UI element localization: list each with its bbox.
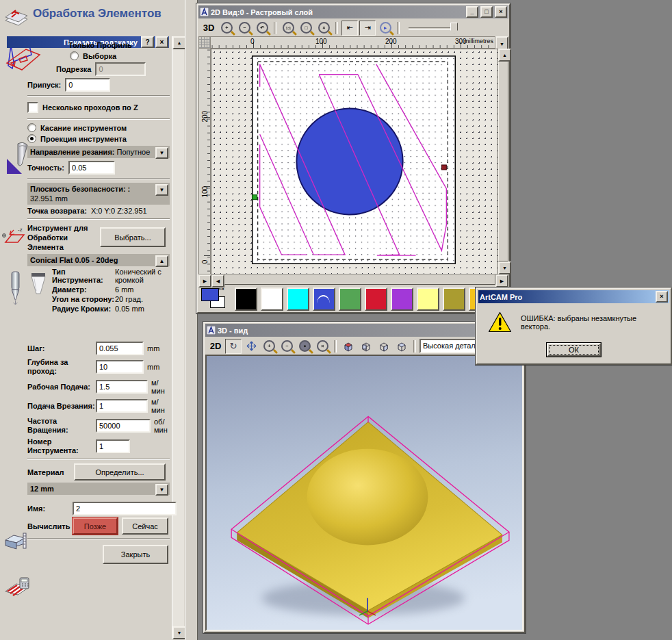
feed-rate-input[interactable] (96, 380, 148, 394)
safe-plane-dropdown-button[interactable]: ▼ (155, 184, 168, 196)
palette-swatch[interactable] (391, 287, 413, 311)
scrollbar-thumb[interactable] (498, 62, 508, 261)
horizontal-scrollbar[interactable]: ▶ ◀ ▶ (198, 274, 508, 285)
palette-swatch[interactable] (287, 287, 309, 311)
slider-thumb[interactable] (450, 23, 458, 34)
stepdown-input[interactable] (96, 360, 144, 374)
view-2d-main: 200 100 0 (198, 49, 508, 274)
panel-scrollbar[interactable]: ▲ ▼ (172, 36, 184, 639)
separator (27, 538, 170, 539)
warning-icon (488, 311, 511, 333)
palette-swatch[interactable] (339, 287, 361, 311)
cut-direction-dropdown-button[interactable]: ▼ (155, 147, 168, 159)
canvas-3d[interactable] (205, 355, 524, 631)
scroll-down-button[interactable]: ▼ (172, 626, 186, 639)
tool-number-input[interactable] (96, 439, 130, 453)
error-dialog: ArtCAM Pro × ОШИБКА: выбраны незамкнутые… (476, 287, 672, 365)
dialog-close-button[interactable]: × (656, 291, 668, 303)
zoom-in-icon[interactable]: + (261, 339, 277, 354)
scroll-down-button[interactable]: ▼ (498, 261, 511, 274)
material-dropdown-button[interactable]: ▼ (155, 484, 168, 496)
spindle-speed-input[interactable] (96, 419, 151, 433)
allowance-input[interactable] (65, 78, 110, 92)
separator (27, 178, 170, 179)
multipass-row[interactable]: Несколько проходов по Z (27, 102, 170, 113)
pan-view-icon[interactable] (243, 339, 259, 354)
projection-radio[interactable] (27, 134, 36, 143)
select-tool-button[interactable]: Выбрать... (100, 227, 166, 247)
close-button[interactable]: × (495, 6, 507, 18)
vector-artwork (211, 49, 497, 274)
separator (27, 459, 170, 460)
primary-secondary-colors[interactable]: ⊶ (201, 287, 231, 310)
tool-angle-label: Угол на сторону: (52, 295, 115, 303)
vector-circle[interactable] (296, 108, 402, 214)
tolerance-input[interactable] (68, 161, 115, 175)
stepover-row: Шаг: mm (27, 342, 170, 355)
top-view-icon[interactable] (393, 339, 410, 354)
palette-swatch[interactable] (313, 287, 335, 311)
close-panel-button[interactable]: Закрыть (103, 545, 168, 564)
calculate-later-button[interactable]: Позже (73, 517, 118, 535)
projection-radio-row[interactable]: Проекция инструмента (27, 134, 170, 143)
palette-swatch[interactable] (443, 287, 465, 311)
ruler-label: 200 (385, 38, 397, 45)
selection-radio-row[interactable]: Выборка (70, 51, 170, 60)
cut-direction-value: Попутное (117, 148, 151, 156)
next-layer-button[interactable]: ⇥ (359, 21, 376, 36)
isometric-view-icon[interactable] (340, 339, 357, 354)
layer-transparency-slider[interactable] (409, 23, 458, 34)
scroll-up-button[interactable]: ▲ (172, 36, 186, 49)
name-input[interactable] (73, 502, 177, 515)
ok-button[interactable]: ОК (547, 343, 601, 357)
zoom-out-icon[interactable]: − (279, 339, 295, 354)
zoom-1to1-icon[interactable]: 1:1 (280, 21, 296, 36)
name-label: Имя: (27, 504, 68, 513)
stepover-input[interactable] (96, 342, 144, 355)
tool-angle-value: 20 град. (115, 295, 143, 303)
palette-swatch[interactable] (417, 287, 439, 311)
ruler-label: 0 (201, 257, 209, 268)
scrollbar-thumb[interactable] (224, 274, 495, 285)
calculate-now-button[interactable]: Сейчас (122, 517, 168, 535)
front-view-icon[interactable] (358, 339, 374, 354)
zoom-in-icon[interactable]: + (218, 21, 235, 36)
maximize-button[interactable]: □ (480, 6, 493, 18)
primary-color-box[interactable] (201, 288, 219, 301)
palette-swatch[interactable] (235, 287, 257, 311)
zoom-fit-icon[interactable]: × (314, 339, 331, 354)
zoom-object-icon[interactable]: ▸ (377, 21, 393, 36)
zoom-previous-icon[interactable]: ● (296, 339, 313, 354)
tool-collapse-button[interactable]: ▲ (155, 255, 168, 267)
error-dialog-titlebar[interactable]: ArtCAM Pro × (478, 290, 669, 303)
canvas-2d[interactable] (211, 49, 498, 274)
zoom-rectangle-icon[interactable]: □ (298, 21, 314, 36)
zoom-fit-icon[interactable]: × (315, 21, 332, 36)
zoom-out-icon[interactable]: − (236, 21, 253, 36)
zoom-previous-icon[interactable]: ↶ (254, 21, 270, 36)
touch-radio-row[interactable]: Касание инструментом (27, 123, 170, 132)
allowance-row: Припуск: (27, 78, 170, 92)
scroll-up-button[interactable]: ▲ (498, 49, 511, 62)
palette-swatch[interactable] (365, 287, 387, 311)
palette-swatch[interactable] (261, 287, 283, 311)
profile-radio-row[interactable]: Только Профиль (27, 38, 170, 49)
plunge-rate-input[interactable] (96, 399, 148, 413)
previous-layer-button[interactable]: ⇤ (341, 21, 358, 36)
profile-radio-label: Только Профиль (68, 41, 132, 49)
ruler-origin-button[interactable] (198, 36, 211, 49)
tool-section-row: Инструмент для Обработки Элемента Выбрат… (27, 223, 170, 252)
minimize-button[interactable]: _ (466, 6, 478, 18)
view-2d-titlebar[interactable]: 2D Вид:0 - Растровый слой _ □ × (198, 5, 508, 18)
switch-to-3d-button[interactable]: 3D (201, 21, 217, 36)
ruler-label: 200 (201, 112, 209, 123)
rotate-view-button[interactable]: ↻ (225, 339, 242, 354)
selection-radio[interactable] (70, 51, 79, 60)
touch-radio[interactable] (27, 123, 36, 132)
material-setup-button[interactable]: Определить... (74, 463, 166, 481)
vertical-scrollbar[interactable]: ▲ ▼ (498, 49, 508, 274)
switch-to-2d-button[interactable]: 2D (207, 339, 224, 354)
side-view-icon[interactable] (376, 339, 392, 354)
trim-input[interactable] (95, 62, 146, 76)
multipass-checkbox[interactable] (27, 102, 38, 113)
